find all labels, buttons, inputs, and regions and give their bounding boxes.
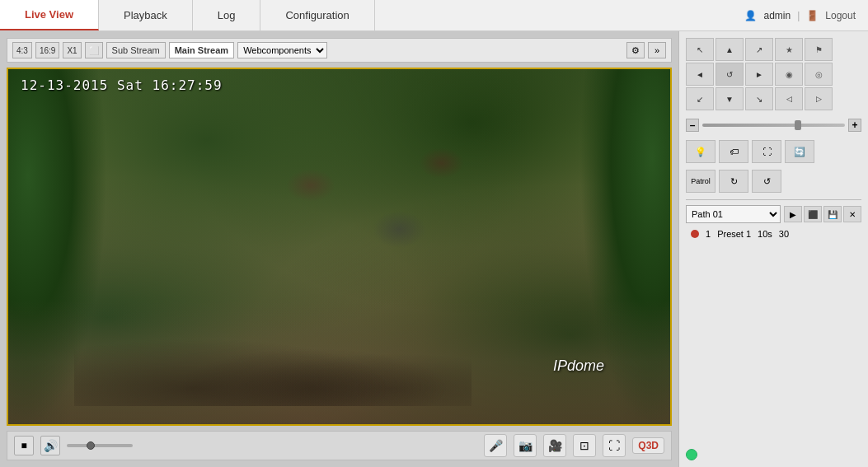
- ptz-down-right-button[interactable]: ↘: [745, 87, 773, 110]
- camera-controls-bar: ■ 🔊 🎤 📷 🎥 ⊡ ⛶ Q3D: [7, 431, 672, 460]
- patrol-speed-value: 30: [779, 229, 789, 239]
- ptz-center-button[interactable]: ↺: [716, 63, 744, 86]
- camera-toolbar: 4:3 16:9 X1 ⬜ Sub Stream Main Stream Web…: [7, 38, 672, 63]
- user-icon: 👤: [744, 10, 757, 21]
- ratio-4-3-button[interactable]: 4:3: [12, 42, 32, 58]
- stop-button[interactable]: ■: [14, 436, 34, 455]
- ptz-wiper-button[interactable]: 🏷: [719, 140, 748, 163]
- patrol-preset-number: 1: [706, 229, 711, 239]
- record-button[interactable]: 🎥: [543, 434, 566, 457]
- username-label: admin: [763, 10, 791, 21]
- patrol-record-button[interactable]: ⬛: [804, 206, 822, 222]
- ptz-left-button[interactable]: ◄: [686, 63, 714, 86]
- ptz-expand-view-button[interactable]: ⛶: [752, 140, 781, 163]
- camera-panel: 4:3 16:9 X1 ⬜ Sub Stream Main Stream Web…: [0, 31, 678, 467]
- patrol-save-button[interactable]: 💾: [823, 206, 842, 222]
- separator: |: [797, 10, 800, 21]
- camera-view: 12-13-2015 Sat 16:27:59 IPdome: [7, 68, 672, 426]
- ptz-panel: ↖ ▲ ↗ ★ ⚑ ◄ ↺ ► ◉ ◎ ↙ ▼ ↘ ◁ ▷ –: [678, 31, 868, 467]
- fullscreen-button[interactable]: ⛶: [603, 434, 626, 457]
- tab-live-view-label: Live View: [25, 8, 73, 21]
- ptz-function-row-1: 💡 🏷 ⛶ 🔄: [686, 140, 861, 163]
- ptz-iris-close-button[interactable]: ◉: [775, 63, 803, 86]
- ptz-focus-near-button[interactable]: ▷: [805, 87, 833, 110]
- ptz-rotate-button[interactable]: 🔄: [785, 140, 814, 163]
- main-stream-button[interactable]: Main Stream: [169, 42, 234, 58]
- patrol-preset-label: Preset 1: [717, 229, 751, 239]
- ptz-settings-button[interactable]: ⚙: [626, 42, 645, 58]
- ptz-focus-far-button[interactable]: ◁: [775, 87, 803, 110]
- ptz-down-left-button[interactable]: ↙: [686, 87, 714, 110]
- patrol-play-button[interactable]: ▶: [784, 206, 802, 222]
- tab-configuration[interactable]: Configuration: [260, 0, 374, 30]
- patrol-section: Path 01 ▶ ⬛ 💾 ✕ 1 Preset 1 10s 30: [686, 199, 861, 241]
- patrol-path-select[interactable]: Path 01: [686, 205, 781, 223]
- tab-log[interactable]: Log: [193, 0, 261, 30]
- ptz-zoom-in-button[interactable]: ★: [775, 38, 803, 61]
- patrol-preset-row: 1 Preset 1 10s 30: [686, 226, 861, 241]
- patrol-action-buttons: ▶ ⬛ 💾 ✕: [784, 206, 861, 222]
- patrol-indicator: [691, 230, 699, 238]
- ptz-up-left-button[interactable]: ↖: [686, 38, 714, 61]
- ptz-light-button[interactable]: 💡: [686, 140, 716, 163]
- tab-playback[interactable]: Playback: [99, 0, 193, 30]
- fit-button[interactable]: ⊡: [573, 434, 596, 457]
- volume-slider[interactable]: [67, 444, 133, 447]
- ptz-patrol-button[interactable]: Patrol: [686, 170, 716, 193]
- volume-button[interactable]: 🔊: [40, 436, 60, 455]
- ptz-refresh2-button[interactable]: ↺: [752, 170, 781, 193]
- ratio-x1-button[interactable]: X1: [63, 42, 81, 58]
- patrol-delete-button[interactable]: ✕: [843, 206, 861, 222]
- tab-log-label: Log: [218, 9, 236, 21]
- ptz-refresh-button[interactable]: ↻: [719, 170, 748, 193]
- ratio-16-9-button[interactable]: 16:9: [35, 42, 59, 58]
- ptz-up-button[interactable]: ▲: [716, 38, 744, 61]
- sub-stream-button[interactable]: Sub Stream: [106, 42, 166, 58]
- speed-slider-thumb[interactable]: [795, 120, 801, 130]
- ptz-bottom-status: [686, 444, 861, 460]
- vehicle-3: [373, 211, 426, 248]
- 3d-zoom-button[interactable]: Q3D: [632, 437, 664, 454]
- ptz-preset-button[interactable]: ⚑: [805, 38, 833, 61]
- vehicle-1: [286, 169, 335, 202]
- parked-vehicles: [74, 318, 472, 407]
- webcomponents-select[interactable]: Webcomponents: [237, 42, 327, 58]
- ptz-iris-open-button[interactable]: ◎: [805, 63, 833, 86]
- patrol-path-row: Path 01 ▶ ⬛ 💾 ✕: [686, 205, 861, 223]
- ptz-direction-grid: ↖ ▲ ↗ ★ ⚑ ◄ ↺ ► ◉ ◎ ↙ ▼ ↘ ◁ ▷: [686, 38, 861, 110]
- camera-timestamp: 12-13-2015 Sat 16:27:59: [21, 77, 223, 93]
- ptz-down-button[interactable]: ▼: [716, 87, 744, 110]
- nav-right: 👤 admin | 🚪 Logout: [732, 0, 868, 30]
- patrol-time-value: 10s: [758, 229, 772, 239]
- snapshot-button[interactable]: 📷: [514, 434, 537, 457]
- connection-status-indicator: [686, 449, 697, 460]
- ptz-function-row-2: Patrol ↻ ↺: [686, 170, 861, 193]
- logout-icon: 🚪: [806, 10, 819, 21]
- ptz-right-button[interactable]: ►: [745, 63, 773, 86]
- main-content: 4:3 16:9 X1 ⬜ Sub Stream Main Stream Web…: [0, 31, 868, 467]
- logout-button[interactable]: Logout: [825, 10, 856, 21]
- speed-plus-button[interactable]: +: [848, 119, 861, 132]
- tab-configuration-label: Configuration: [285, 9, 349, 21]
- volume-thumb[interactable]: [87, 441, 95, 450]
- fullscreen-toggle-button[interactable]: ⬜: [85, 42, 103, 58]
- tab-playback-label: Playback: [124, 9, 167, 21]
- speed-minus-button[interactable]: –: [686, 119, 699, 132]
- expand-button[interactable]: »: [648, 42, 666, 58]
- tab-live-view[interactable]: Live View: [0, 0, 99, 30]
- speed-control-row: – +: [686, 117, 861, 133]
- top-navigation: Live View Playback Log Configuration 👤 a…: [0, 0, 868, 31]
- microphone-button[interactable]: 🎤: [484, 434, 507, 457]
- camera-watermark: IPdome: [553, 357, 604, 375]
- ptz-up-right-button[interactable]: ↗: [745, 38, 773, 61]
- speed-slider[interactable]: [702, 124, 845, 127]
- vehicle-2: [419, 147, 464, 179]
